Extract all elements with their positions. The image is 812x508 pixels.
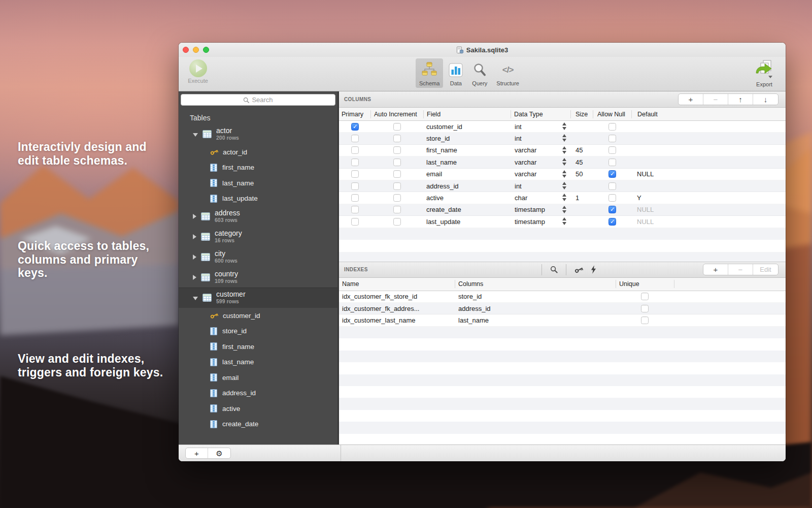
zoom-button[interactable]	[203, 47, 209, 53]
size-value[interactable]	[570, 121, 593, 132]
allow-null-checkbox[interactable]	[608, 194, 616, 202]
default-value[interactable]	[631, 156, 786, 168]
size-value[interactable]	[570, 133, 593, 144]
sidebar-item-active[interactable]: active	[179, 401, 337, 417]
data-type-stepper[interactable]	[562, 217, 566, 225]
column-row-customer-id[interactable]: customer_id int	[339, 121, 786, 133]
data-type-value[interactable]: timestamp	[515, 218, 545, 226]
allow-null-checkbox[interactable]	[608, 135, 616, 142]
search-input[interactable]: Search	[181, 94, 335, 106]
disclosure-triangle-icon[interactable]	[193, 214, 196, 219]
auto-increment-checkbox[interactable]	[393, 146, 401, 154]
column-row-create-date[interactable]: create_date timestamp NULL	[339, 204, 786, 216]
sidebar-item-actor-id[interactable]: actor_id	[179, 144, 337, 160]
data-type-value[interactable]: int	[515, 135, 522, 142]
field-name[interactable]: first_name	[423, 145, 511, 156]
sidebar-item-store-id[interactable]: store_id	[179, 324, 337, 339]
sidebar-item-customer[interactable]: customer599 rows	[179, 288, 337, 308]
add-column-button[interactable]: +	[679, 94, 703, 105]
field-name[interactable]: address_id	[423, 180, 511, 192]
unique-checkbox[interactable]	[641, 316, 649, 324]
triggers-button[interactable]	[587, 265, 600, 274]
default-value[interactable]: NULL	[631, 169, 786, 180]
primary-checkbox[interactable]	[351, 170, 359, 178]
data-type-value[interactable]: int	[515, 182, 522, 190]
data-type-value[interactable]: varchar	[515, 146, 536, 154]
primary-checkbox[interactable]	[351, 218, 359, 226]
data-type-stepper[interactable]	[562, 170, 566, 178]
allow-null-checkbox[interactable]	[608, 170, 616, 178]
sidebar-item-category[interactable]: category16 rows	[179, 227, 337, 247]
sidebar-item-last-name-2[interactable]: last_name	[179, 355, 337, 370]
tab-data[interactable]: Data	[445, 58, 466, 88]
column-row-active[interactable]: active char 1 Y	[339, 192, 786, 204]
disclosure-triangle-icon[interactable]	[193, 133, 198, 137]
field-name[interactable]: active	[423, 192, 511, 203]
primary-checkbox[interactable]	[351, 194, 359, 202]
column-row-address-id[interactable]: address_id int	[339, 180, 786, 192]
minimize-button[interactable]	[193, 47, 199, 53]
data-type-value[interactable]: varchar	[515, 170, 536, 178]
data-type-stepper[interactable]	[562, 146, 566, 154]
column-row-first-name[interactable]: first_name varchar 45	[339, 145, 786, 156]
sidebar-item-city[interactable]: city600 rows	[179, 247, 337, 267]
add-table-button[interactable]: +	[186, 448, 208, 458]
index-columns[interactable]: store_id	[455, 291, 616, 302]
primary-checkbox[interactable]	[351, 135, 359, 142]
auto-increment-checkbox[interactable]	[393, 123, 401, 131]
disclosure-triangle-icon[interactable]	[193, 234, 196, 239]
edit-index-button[interactable]: Edit	[753, 264, 778, 275]
size-value[interactable]	[570, 180, 593, 192]
data-type-value[interactable]: varchar	[515, 158, 536, 166]
size-value[interactable]: 50	[570, 169, 593, 180]
add-index-button[interactable]: +	[703, 264, 728, 275]
data-type-stepper[interactable]	[562, 134, 566, 142]
sidebar-item-first-name-2[interactable]: first_name	[179, 339, 337, 355]
allow-null-checkbox[interactable]	[608, 146, 616, 154]
default-value[interactable]	[631, 121, 786, 132]
remove-column-button[interactable]: −	[703, 94, 728, 105]
tab-schema[interactable]: Schema	[416, 58, 443, 88]
field-name[interactable]: customer_id	[423, 121, 511, 132]
index-row-last-name[interactable]: idx_customer_last_name last_name	[339, 314, 786, 326]
unique-checkbox[interactable]	[641, 293, 649, 300]
allow-null-checkbox[interactable]	[608, 123, 616, 131]
auto-increment-checkbox[interactable]	[393, 182, 401, 190]
column-row-last-update[interactable]: last_update timestamp NULL	[339, 216, 786, 228]
auto-increment-checkbox[interactable]	[393, 170, 401, 178]
sidebar-item-email[interactable]: email	[179, 370, 337, 386]
sidebar-item-last-update[interactable]: last_update	[179, 191, 337, 207]
auto-increment-checkbox[interactable]	[393, 158, 401, 166]
keys-button[interactable]	[571, 266, 587, 274]
search-indexes-button[interactable]	[547, 266, 561, 273]
allow-null-checkbox[interactable]	[608, 182, 616, 190]
disclosure-triangle-icon[interactable]	[193, 297, 198, 300]
default-value[interactable]: NULL	[631, 204, 786, 215]
sidebar-item-last-name[interactable]: last_name	[179, 175, 337, 191]
auto-increment-checkbox[interactable]	[393, 135, 401, 142]
data-type-stepper[interactable]	[562, 122, 566, 130]
export-button[interactable]: Export	[751, 59, 777, 87]
field-name[interactable]: email	[423, 169, 511, 180]
field-name[interactable]: create_date	[423, 204, 511, 215]
default-value[interactable]: Y	[631, 192, 786, 203]
unique-checkbox[interactable]	[641, 305, 649, 312]
close-button[interactable]	[183, 47, 189, 53]
field-name[interactable]: store_id	[423, 133, 511, 144]
index-row-fk-address-id[interactable]: idx_customer_fk_addres... address_id	[339, 303, 786, 314]
field-name[interactable]: last_name	[423, 156, 511, 168]
sidebar-item-first-name[interactable]: first_name	[179, 160, 337, 176]
allow-null-checkbox[interactable]	[608, 206, 616, 213]
sidebar-item-create-date[interactable]: create_date	[179, 417, 337, 432]
column-row-last-name[interactable]: last_name varchar 45	[339, 156, 786, 168]
data-type-stepper[interactable]	[562, 182, 566, 189]
allow-null-checkbox[interactable]	[608, 158, 616, 166]
remove-index-button[interactable]: −	[728, 264, 753, 275]
size-value[interactable]	[570, 216, 593, 227]
primary-checkbox[interactable]	[351, 158, 359, 166]
index-columns[interactable]: address_id	[455, 303, 616, 314]
sidebar-item-address-id[interactable]: address_id	[179, 386, 337, 401]
sidebar-item-customer-id[interactable]: customer_id	[179, 308, 337, 324]
auto-increment-checkbox[interactable]	[393, 218, 401, 226]
auto-increment-checkbox[interactable]	[393, 194, 401, 202]
